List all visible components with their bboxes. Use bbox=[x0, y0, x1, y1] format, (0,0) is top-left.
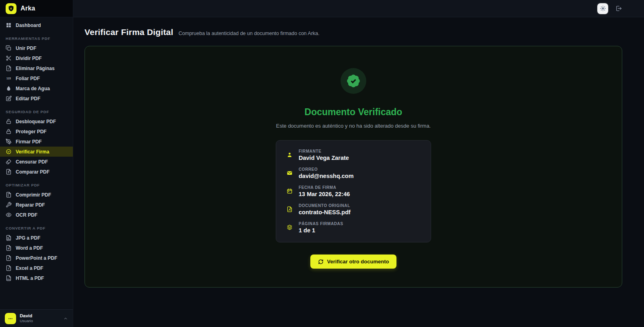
sidebar-item-comprimir-pdf[interactable]: Comprimir PDF bbox=[0, 190, 73, 200]
sidebar-item-label: Reparar PDF bbox=[16, 202, 45, 208]
sidebar-item-word-a-pdf[interactable]: Word a PDF bbox=[0, 243, 73, 253]
sidebar-item-label: Proteger PDF bbox=[16, 129, 47, 135]
detail-value: contrato-NESS.pdf bbox=[299, 209, 351, 215]
nav-section-title: SEGURIDAD DE PDF bbox=[0, 103, 73, 116]
sidebar-item-label: Censurar PDF bbox=[16, 159, 48, 165]
verification-result-card: Documento Verificado Este documento es a… bbox=[85, 46, 622, 288]
eye-icon bbox=[6, 212, 12, 218]
detail-value: David Vega Zarate bbox=[299, 155, 349, 161]
detail-row-correo: CORREOdavid@nesshq.com bbox=[287, 167, 420, 179]
dashboard-icon bbox=[6, 22, 12, 28]
verified-seal-icon bbox=[341, 68, 366, 94]
sidebar-item-editar-pdf[interactable]: Editar PDF bbox=[0, 93, 73, 103]
calendar-icon bbox=[287, 188, 293, 194]
detail-label: DOCUMENTO ORIGINAL bbox=[299, 203, 351, 208]
sidebar-item-proteger-pdf[interactable]: Proteger PDF bbox=[0, 126, 73, 137]
theme-toggle-button[interactable] bbox=[597, 3, 608, 14]
detail-label: CORREO bbox=[299, 167, 354, 172]
detail-text: FECHA DE FIRMA13 Mar 2026, 22:46 bbox=[299, 185, 350, 197]
sidebar-item-reparar-pdf[interactable]: Reparar PDF bbox=[0, 200, 73, 210]
lock-icon bbox=[6, 128, 12, 135]
mail-icon bbox=[287, 170, 293, 176]
user-role: Usuario bbox=[20, 319, 33, 323]
sidebar-item-html-a-pdf[interactable]: HTML a PDF bbox=[0, 273, 73, 283]
sidebar-item-label: JPG a PDF bbox=[16, 235, 40, 241]
sidebar-item-verificar-firma[interactable]: Verificar Firma bbox=[0, 147, 73, 157]
detail-row-fecha-de-firma: FECHA DE FIRMA13 Mar 2026, 22:46 bbox=[287, 185, 420, 197]
file-diff-icon bbox=[6, 169, 12, 175]
user-icon bbox=[287, 152, 293, 158]
sidebar-item-dividir-pdf[interactable]: Dividir PDF bbox=[0, 53, 73, 63]
brand[interactable]: Arka bbox=[0, 0, 73, 17]
user-meta: David Usuario bbox=[20, 313, 33, 323]
sidebar-item-label: Eliminar Páginas bbox=[16, 66, 55, 71]
sidebar-item-label: PowerPoint a PDF bbox=[16, 255, 57, 261]
user-menu[interactable]: David Usuario bbox=[0, 309, 73, 327]
sidebar-item-ocr-pdf[interactable]: OCR PDF bbox=[0, 210, 73, 220]
signature-details-card: FIRMANTEDavid Vega ZarateCORREOdavid@nes… bbox=[276, 140, 431, 242]
unlock-icon bbox=[6, 118, 12, 124]
sidebar-item-label: OCR PDF bbox=[16, 212, 37, 218]
sidebar-item-excel-a-pdf[interactable]: Excel a PDF bbox=[0, 263, 73, 273]
detail-label: FECHA DE FIRMA bbox=[299, 185, 350, 190]
sidebar-item-jpg-a-pdf[interactable]: JPG a PDF bbox=[0, 233, 73, 243]
123-icon bbox=[6, 75, 12, 81]
detail-text: DOCUMENTO ORIGINALcontrato-NESS.pdf bbox=[299, 203, 351, 215]
verify-another-label: Verificar otro documento bbox=[327, 259, 389, 265]
sidebar-item-comparar-pdf[interactable]: Comparar PDF bbox=[0, 167, 73, 177]
chevron-up-icon bbox=[63, 316, 68, 321]
sidebar-item-censurar-pdf[interactable]: Censurar PDF bbox=[0, 157, 73, 167]
sidebar-item-label: Desbloquear PDF bbox=[16, 119, 56, 124]
detail-text: PÁGINAS FIRMADAS1 de 1 bbox=[299, 221, 343, 234]
status-message: Este documento es auténtico y no ha sido… bbox=[276, 123, 431, 129]
sidebar-item-label: HTML a PDF bbox=[16, 275, 44, 281]
page-subtitle: Comprueba la autenticidad de un document… bbox=[179, 31, 320, 36]
sidebar-item-label: Dividir PDF bbox=[16, 56, 42, 61]
page-header: Verificar Firma Digital Comprueba la aut… bbox=[73, 17, 644, 37]
arka-logo-icon bbox=[6, 3, 17, 14]
status-title: Documento Verificado bbox=[305, 107, 402, 118]
file-word-icon bbox=[6, 245, 12, 251]
sidebar-nav: DashboardHERRAMIENTAS PDFUnir PDFDividir… bbox=[0, 17, 73, 283]
file-html-icon bbox=[6, 275, 12, 281]
sidebar-item-firmar-pdf[interactable]: Firmar PDF bbox=[0, 137, 73, 147]
sidebar-item-desbloquear-pdf[interactable]: Desbloquear PDF bbox=[0, 116, 73, 126]
file-excel-icon bbox=[6, 265, 12, 271]
wrench-icon bbox=[6, 202, 12, 208]
nav-section-title: OPTIMIZAR PDF bbox=[0, 177, 73, 190]
verify-another-button[interactable]: Verificar otro documento bbox=[310, 255, 397, 269]
file-ppt-icon bbox=[6, 255, 12, 261]
sidebar: Arka DashboardHERRAMIENTAS PDFUnir PDFDi… bbox=[0, 0, 73, 327]
logout-button[interactable] bbox=[615, 5, 622, 12]
topbar bbox=[73, 0, 644, 17]
dots-icon bbox=[7, 315, 14, 322]
file-zip-icon bbox=[6, 192, 12, 198]
layers-icon bbox=[287, 224, 293, 230]
detail-label: FIRMANTE bbox=[299, 149, 349, 153]
sidebar-item-eliminar-paginas[interactable]: Eliminar Páginas bbox=[0, 63, 73, 73]
sidebar-item-label: Comprimir PDF bbox=[16, 192, 51, 198]
scissors-icon bbox=[6, 55, 12, 61]
sidebar-item-unir-pdf[interactable]: Unir PDF bbox=[0, 43, 73, 53]
edit-icon bbox=[6, 95, 12, 101]
detail-row-paginas-firmadas: PÁGINAS FIRMADAS1 de 1 bbox=[287, 221, 420, 234]
sidebar-item-marca-de-agua[interactable]: Marca de Agua bbox=[0, 83, 73, 93]
detail-value: 13 Mar 2026, 22:46 bbox=[299, 191, 350, 197]
sidebar-item-label: Verificar Firma bbox=[16, 149, 49, 155]
badge-check-icon bbox=[6, 149, 12, 155]
page-title: Verificar Firma Digital bbox=[85, 27, 173, 37]
sidebar-item-dashboard[interactable]: Dashboard bbox=[0, 20, 73, 30]
sidebar-item-label: Firmar PDF bbox=[16, 139, 42, 145]
brand-name: Arka bbox=[21, 5, 35, 12]
pen-icon bbox=[6, 139, 12, 145]
main-content: Verificar Firma Digital Comprueba la aut… bbox=[73, 17, 644, 327]
nav-section-title: CONVERTIR A PDF bbox=[0, 220, 73, 233]
sidebar-item-label: Editar PDF bbox=[16, 96, 40, 101]
sidebar-item-powerpoint-a-pdf[interactable]: PowerPoint a PDF bbox=[0, 253, 73, 263]
sidebar-item-foliar-pdf[interactable]: Foliar PDF bbox=[0, 73, 73, 83]
file-image-icon bbox=[6, 235, 12, 241]
detail-row-documento-original: DOCUMENTO ORIGINALcontrato-NESS.pdf bbox=[287, 203, 420, 215]
detail-text: CORREOdavid@nesshq.com bbox=[299, 167, 354, 179]
sidebar-item-label: Unir PDF bbox=[16, 46, 36, 51]
logout-icon bbox=[615, 5, 622, 12]
